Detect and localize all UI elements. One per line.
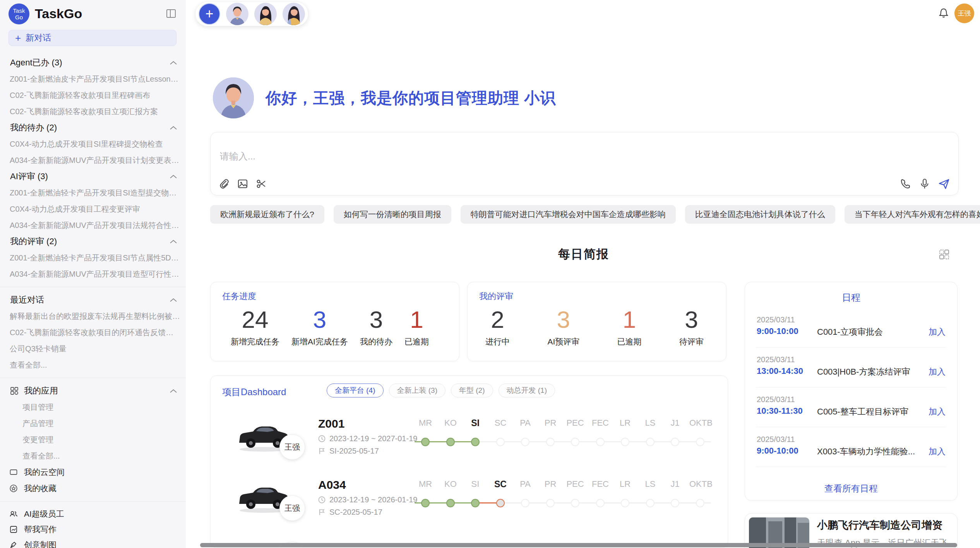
main-area: + 王强 你好，王强，我是你的项目管理助理 小识 [186, 0, 980, 548]
sidebar-item[interactable]: A034-全新新能源MUV产品开发项目法规符合性评审 [0, 217, 186, 233]
tab-all-new-platform[interactable]: 全新平台 (4) [327, 384, 384, 397]
sidebar-item-favorites[interactable]: 我的收藏 [0, 480, 186, 497]
stat-value: 24 [231, 306, 279, 333]
sidebar-app-product-mgmt[interactable]: 产品管理 [0, 415, 186, 432]
sidebar-item-view-all[interactable]: 查看全部... [0, 357, 186, 373]
stat-overdue: 1已逾期 [404, 306, 429, 347]
microphone-icon[interactable] [919, 178, 930, 190]
sidebar-app-change-mgmt[interactable]: 变更管理 [0, 432, 186, 448]
join-meeting-link[interactable]: 加入 [929, 326, 946, 338]
user-avatar[interactable]: 王强 [954, 3, 974, 23]
agent-avatar-1[interactable] [226, 3, 248, 25]
layout-grid-icon[interactable] [939, 249, 949, 260]
milestone-dot [646, 438, 654, 446]
divider [0, 287, 186, 287]
section-header-my-apps[interactable]: 我的应用 [0, 383, 186, 399]
sidebar-item[interactable]: A034-全新新能源MUV产品开发项目计划变更表编写 [0, 152, 186, 168]
milestone-label: OKTB [689, 418, 711, 428]
star-circle-icon [9, 484, 18, 493]
sidebar-item-help-write[interactable]: 帮我写作 [0, 522, 186, 537]
stat-new-done: 24新增完成任务 [231, 306, 279, 347]
sidebar-item[interactable]: C02-飞腾新能源轻客改款项目的闭环通告反馈情况 [0, 324, 186, 341]
event-name: C005-整车工程目标评审 [817, 406, 908, 418]
view-all-schedule-link[interactable]: 查看所有日程 [745, 483, 957, 495]
stat-value: 1 [404, 306, 429, 333]
project-row[interactable]: 王强 A034 2023-12-19 ~ 2026-01-19 SC-2025-… [211, 478, 728, 539]
tab-all-new-body[interactable]: 全新上装 (3) [389, 384, 446, 397]
sidebar-nav: Agent已办 (3) Z001-全新燃油皮卡产品开发项目SI节点Lesson … [0, 55, 186, 548]
suggestion-chip[interactable]: 特朗普可能对进口汽车增税会对中国车企造成哪些影响 [461, 205, 676, 224]
agent-avatar-3[interactable] [283, 3, 305, 25]
sidebar-item-ai-employee[interactable]: AI超级员工 [0, 506, 186, 522]
section-header-my-review[interactable]: 我的评审 (2) [0, 233, 186, 250]
section-header-recent-chats[interactable]: 最近对话 [0, 292, 186, 308]
chevron-up-icon [170, 125, 177, 130]
plus-icon: + [15, 34, 21, 42]
schedule-title: 日程 [745, 291, 957, 304]
milestone-label: J1 [664, 479, 686, 489]
cloud-space-label: 我的云空间 [24, 467, 65, 478]
suggestion-chip[interactable]: 当下年轻人对汽车外观有怎样的喜好趋势 [845, 205, 980, 224]
sidebar-item[interactable]: C0X4-动力总成开发项目SI里程碑提交物检查 [0, 136, 186, 152]
event-date: 2025/03/11 [757, 315, 795, 324]
sidebar-item[interactable]: Z001-全新燃油轻卡产品开发项目SI节点属性5D文件评审 [0, 250, 186, 266]
composer-actions [899, 178, 950, 190]
join-meeting-link[interactable]: 加入 [929, 406, 946, 418]
event-date: 2025/03/11 [757, 395, 795, 404]
sidebar-item-creative-draw[interactable]: 创意制图 [0, 537, 186, 548]
send-icon[interactable] [938, 178, 950, 190]
sidebar-item[interactable]: Z001-全新燃油皮卡产品开发项目SI节点Lesson Learn报告 [0, 71, 186, 87]
section-header-agent-done[interactable]: Agent已办 (3) [0, 55, 186, 71]
sidebar-item[interactable]: 解释最新出台的欧盟报废车法规再生塑料比例被调到15%... [0, 308, 186, 324]
notification-bell-icon[interactable] [938, 8, 949, 19]
milestone-label: LR [614, 479, 636, 489]
milestone-label-current: SC [490, 479, 511, 490]
section-header-ai-review[interactable]: AI评审 (3) [0, 168, 186, 185]
pen-nib-icon [9, 541, 18, 548]
horizontal-scrollbar[interactable] [200, 543, 957, 547]
section-label: 我的待办 (2) [10, 122, 57, 134]
milestone-label: PA [514, 479, 536, 489]
chat-composer [210, 132, 959, 195]
suggestion-chip[interactable]: 欧洲新规最近颁布了什么? [210, 205, 324, 224]
sidebar-item[interactable]: C02-飞腾新能源轻客改款项目里程碑画布 [0, 87, 186, 103]
milestone-label: SC [490, 418, 511, 428]
join-meeting-link[interactable]: 加入 [929, 446, 946, 457]
chat-input[interactable] [220, 151, 607, 162]
sidebar-item[interactable]: 公司Q3轻卡销量 [0, 341, 186, 357]
section-header-my-todo[interactable]: 我的待办 (2) [0, 120, 186, 136]
suggestion-chip[interactable]: 如何写一份清晰的项目周报 [334, 205, 451, 224]
sidebar-item[interactable]: A034-全新新能源MUV产品开发项目造型可行性评审 [0, 266, 186, 282]
paperclip-icon[interactable] [218, 178, 230, 190]
sidebar-collapse-icon[interactable] [166, 8, 176, 19]
dashboard-tabs: 全新平台 (4) 全新上装 (3) 年型 (2) 动总开发 (1) [327, 384, 555, 397]
project-dates: 2023-12-19 ~ 2027-01-19 [318, 434, 417, 443]
stat-value: 1 [617, 306, 642, 333]
new-chat-button[interactable]: + 新对话 [9, 30, 176, 46]
cloud-drive-icon [9, 468, 18, 476]
join-meeting-link[interactable]: 加入 [929, 366, 946, 378]
sidebar-item[interactable]: C02-飞腾新能源轻客改款项目立项汇报方案 [0, 103, 186, 120]
agent-avatar-2[interactable] [254, 3, 277, 25]
flag-icon [318, 509, 326, 516]
project-row[interactable]: 王强 Z001 2023-12-19 ~ 2027-01-19 SI-2025-… [211, 416, 728, 478]
event-time: 9:00-10:00 [757, 446, 798, 456]
phone-icon[interactable] [899, 178, 911, 190]
suggestion-chip[interactable]: 比亚迪全固态电池计划具体说了什么 [685, 205, 835, 224]
milestone-dot [496, 438, 505, 446]
sidebar-item-cloud-space[interactable]: 我的云空间 [0, 464, 186, 480]
stat-pending-review: 3待评审 [679, 306, 704, 347]
image-icon[interactable] [237, 178, 248, 190]
sidebar-app-project-mgmt[interactable]: 项目管理 [0, 399, 186, 415]
sidebar-app-view-all[interactable]: 查看全部... [0, 448, 186, 464]
stat-ai-prereview: 3AI预评审 [547, 306, 579, 347]
tab-powertrain-dev[interactable]: 动总开发 (1) [499, 384, 555, 397]
sidebar-item[interactable]: C0X4-动力总成开发项目工程变更评审 [0, 201, 186, 217]
scissors-icon[interactable] [255, 178, 267, 190]
add-agent-button[interactable]: + [199, 3, 220, 25]
stat-my-todo: 3我的待办 [360, 306, 392, 347]
stat-label: 新增完成任务 [231, 336, 279, 347]
stat-value: 3 [679, 306, 704, 333]
sidebar-item[interactable]: Z001-全新燃油轻卡产品开发项目SI造型提交物评审 [0, 185, 186, 201]
tab-year-model[interactable]: 年型 (2) [451, 384, 493, 397]
